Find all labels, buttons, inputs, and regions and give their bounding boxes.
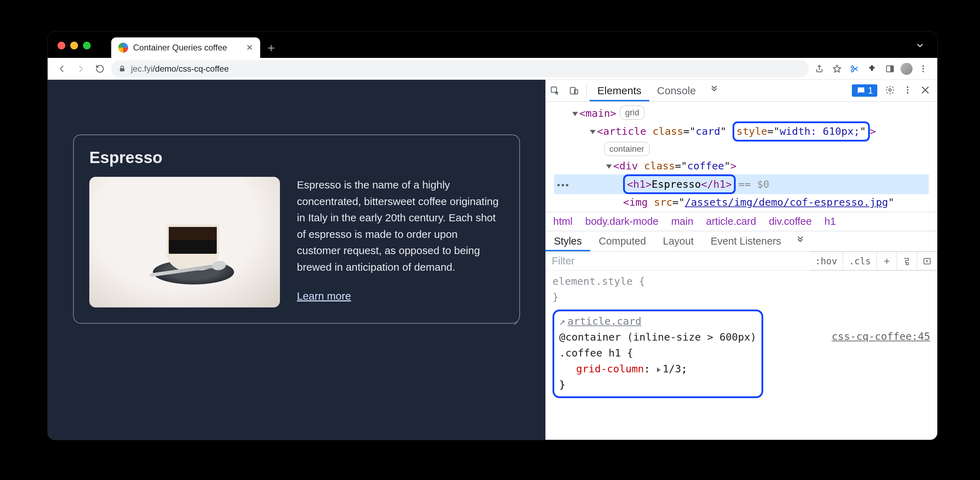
browser-window: Container Queries coffee ✕ ＋ jec.fyi/dem… xyxy=(48,32,937,440)
issues-badge[interactable]: 1 xyxy=(852,84,877,97)
settings-icon[interactable] xyxy=(885,85,895,96)
paint-icon[interactable] xyxy=(897,252,917,270)
content-split: Espresso Espresso is the name of a highl… xyxy=(48,80,937,440)
svg-rect-15 xyxy=(906,262,908,265)
address-bar[interactable]: jec.fyi/demo/css-cq-coffee xyxy=(111,60,809,77)
tab-title: Container Queries coffee xyxy=(133,43,241,52)
share-icon[interactable] xyxy=(812,62,826,76)
extensions-icon[interactable] xyxy=(865,62,880,76)
new-tab-button[interactable]: ＋ xyxy=(263,40,279,56)
card-text: Espresso is the name of a highly concent… xyxy=(297,177,504,305)
svg-point-11 xyxy=(889,89,891,91)
profile-avatar[interactable] xyxy=(900,63,913,75)
rule-source-link[interactable]: css-cq-coffee:45 xyxy=(832,329,930,345)
styles-rules[interactable]: element.style { } ↗article.card @contain… xyxy=(546,271,937,401)
tab-layout[interactable]: Layout xyxy=(654,231,702,251)
kebab-menu-icon[interactable] xyxy=(903,85,913,96)
rendered-page: Espresso Espresso is the name of a highl… xyxy=(48,80,546,440)
highlight-container-rule: ↗article.card @container (inline-size > … xyxy=(552,310,763,398)
element-style-rule[interactable]: element.style { xyxy=(552,273,930,289)
back-button[interactable] xyxy=(54,61,70,76)
browser-toolbar: jec.fyi/demo/css-cq-coffee xyxy=(48,58,937,80)
cls-toggle[interactable]: .cls xyxy=(843,252,877,270)
dom-tree[interactable]: <main>grid <article class="card" style="… xyxy=(546,102,937,212)
crumb[interactable]: main xyxy=(671,216,694,227)
container-query-rule[interactable]: ↗article.card @container (inline-size > … xyxy=(552,310,930,398)
svg-rect-4 xyxy=(890,66,894,72)
card-description: Espresso is the name of a highly concent… xyxy=(297,179,498,273)
card-heading: Espresso xyxy=(89,148,504,167)
styles-tabbar: Styles Computed Layout Event Listeners xyxy=(546,231,937,252)
tab-strip: Container Queries coffee ✕ ＋ xyxy=(48,32,937,58)
lock-icon xyxy=(118,65,126,73)
svg-point-14 xyxy=(907,92,909,94)
more-tabs-button[interactable] xyxy=(703,85,725,96)
highlight-style-attr: style="width: 610px;" xyxy=(733,121,870,141)
svg-rect-0 xyxy=(120,68,125,71)
dom-actions-icon[interactable]: ••• xyxy=(557,177,570,194)
device-toggle-icon[interactable] xyxy=(565,86,584,95)
inspect-element-icon[interactable] xyxy=(546,86,565,95)
computed-sidebar-toggle[interactable] xyxy=(917,252,937,270)
learn-more-link[interactable]: Learn more xyxy=(297,288,504,305)
browser-tab[interactable]: Container Queries coffee ✕ xyxy=(111,37,260,58)
highlight-h1-node: <h1>Espresso</h1> xyxy=(623,174,736,194)
svg-point-6 xyxy=(923,68,924,69)
window-close-button[interactable] xyxy=(57,41,65,49)
crumb[interactable]: div.coffee xyxy=(769,216,811,227)
svg-point-5 xyxy=(923,65,924,67)
tab-console[interactable]: Console xyxy=(649,80,703,101)
badge-grid[interactable]: grid xyxy=(620,105,644,120)
dom-breadcrumbs[interactable]: html body.dark-mode main article.card di… xyxy=(546,212,937,231)
crumb[interactable]: body.dark-mode xyxy=(585,216,659,227)
tab-elements[interactable]: Elements xyxy=(590,80,649,101)
window-maximize-button[interactable] xyxy=(83,41,91,49)
expand-shorthand-icon[interactable] xyxy=(657,367,660,372)
badge-container[interactable]: container xyxy=(604,142,649,156)
more-styles-tabs[interactable] xyxy=(790,236,811,247)
styles-toolbar: Filter :hov .cls xyxy=(546,252,937,271)
coffee-image xyxy=(89,177,280,307)
window-controls xyxy=(57,41,91,49)
sidepanel-icon[interactable] xyxy=(883,62,897,76)
crumb[interactable]: html xyxy=(553,216,573,227)
url-text: jec.fyi/demo/css-cq-coffee xyxy=(131,64,229,74)
issues-count: 1 xyxy=(868,85,873,96)
svg-rect-16 xyxy=(924,258,930,264)
window-minimize-button[interactable] xyxy=(70,41,78,49)
tab-styles[interactable]: Styles xyxy=(546,231,590,251)
selected-dom-node[interactable]: ••• <h1>Espresso</h1>== $0 xyxy=(554,174,929,194)
crumb[interactable]: article.card xyxy=(706,216,756,227)
tab-event-listeners[interactable]: Event Listeners xyxy=(702,231,790,251)
new-style-rule-button[interactable] xyxy=(877,252,897,270)
reload-button[interactable] xyxy=(92,61,108,76)
close-devtools-icon[interactable] xyxy=(920,85,930,96)
devtools-panel: Elements Console 1 <main>grid <article c… xyxy=(546,80,937,440)
forward-button[interactable] xyxy=(73,61,89,76)
menu-icon[interactable] xyxy=(916,62,930,76)
svg-point-12 xyxy=(907,86,909,88)
resize-handle[interactable] xyxy=(512,315,518,321)
favicon-icon xyxy=(118,43,128,52)
tab-close-button[interactable]: ✕ xyxy=(246,43,253,52)
container-link[interactable]: article.card xyxy=(567,315,641,327)
crumb[interactable]: h1 xyxy=(824,216,835,227)
coffee-card: Espresso Espresso is the name of a highl… xyxy=(73,135,520,324)
scissors-icon[interactable] xyxy=(848,62,862,76)
tab-search-button[interactable] xyxy=(915,41,924,51)
toolbar-actions xyxy=(812,62,930,76)
tab-computed[interactable]: Computed xyxy=(590,231,654,251)
bookmark-icon[interactable] xyxy=(830,62,844,76)
devtools-tabbar: Elements Console 1 xyxy=(546,80,937,102)
svg-point-13 xyxy=(907,89,909,91)
styles-filter-input[interactable]: Filter xyxy=(546,255,810,267)
hov-toggle[interactable]: :hov xyxy=(810,252,843,270)
svg-point-7 xyxy=(923,71,924,72)
